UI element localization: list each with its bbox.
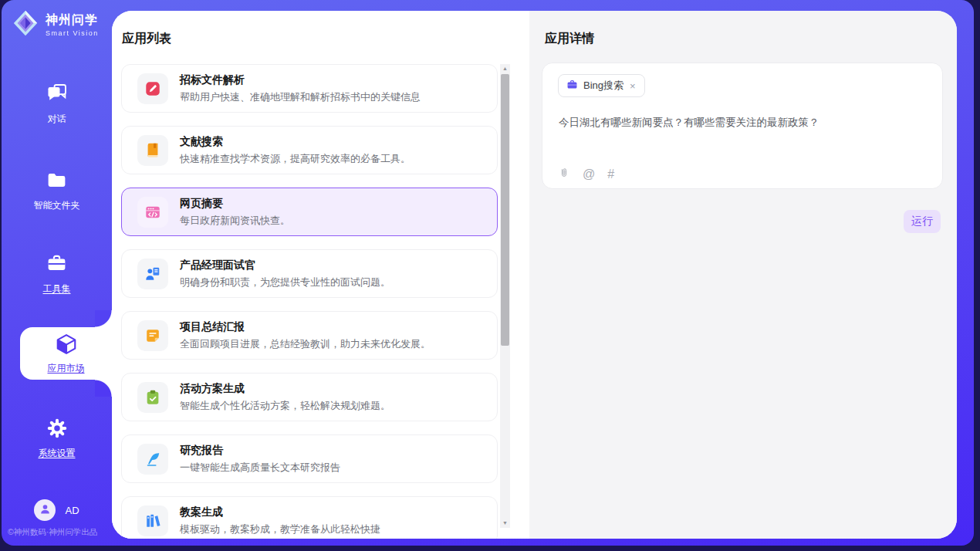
app-card-list: 招标文件解析 帮助用户快速、准确地理解和解析招标书中的关键信息 文献搜索 — [121, 64, 498, 539]
brand-subtitle: Smart Vision — [46, 29, 99, 37]
brand-name: 神州问学 — [46, 12, 99, 29]
scroll-up-icon[interactable]: ▲ — [500, 64, 510, 73]
folder-icon — [46, 169, 68, 194]
app-card-desc: 每日政府新闻资讯快查。 — [180, 214, 290, 228]
app-card-lesson-plan[interactable]: 教案生成 模板驱动，教案秒成，教学准备从此轻松快捷 — [121, 496, 498, 539]
app-list-scrollbar[interactable]: ▲ ▼ — [500, 64, 510, 528]
sidebar-item-label: 智能文件夹 — [34, 199, 80, 212]
sidebar-item-settings[interactable]: 系统设置 — [2, 417, 112, 460]
sidebar-item-label: 对话 — [48, 113, 66, 126]
scroll-down-icon[interactable]: ▼ — [500, 519, 510, 528]
note-icon — [137, 320, 168, 351]
clipboard-check-icon — [137, 382, 168, 413]
paperclip-icon[interactable] — [558, 167, 570, 182]
main-content: 应用列表 招标文件解析 帮助用户快速、准确地理解和解析招标书中的关键信息 — [112, 11, 957, 539]
app-card-desc: 一键智能生成高质量长文本研究报告 — [180, 461, 340, 475]
sidebar-item-chat[interactable]: 对话 — [2, 82, 112, 126]
browser-code-icon — [137, 197, 168, 228]
person-icon — [39, 502, 52, 519]
app-card-title: 招标文件解析 — [180, 73, 421, 87]
app-card-literature-search[interactable]: 文献搜索 快速精准查找学术资源，提高研究效率的必备工具。 — [121, 126, 498, 174]
copyright-footer: ©神州数码·神州问学出品 — [8, 527, 97, 538]
app-list-title: 应用列表 — [122, 31, 171, 47]
app-card-title: 文献搜索 — [180, 135, 411, 149]
app-card-title: 网页摘要 — [180, 197, 290, 211]
sidebar: 神州问学 Smart Vision 对话 智能文件夹 — [2, 0, 112, 546]
toolbox-icon — [46, 252, 68, 278]
brand-logo: 神州问学 Smart Vision — [11, 8, 99, 41]
chat-icon — [46, 82, 69, 108]
app-list-panel: 应用列表 招标文件解析 帮助用户快速、准确地理解和解析招标书中的关键信息 — [112, 11, 529, 539]
close-icon[interactable]: × — [629, 80, 637, 92]
hash-tag-icon[interactable]: # — [607, 168, 614, 181]
app-card-event-plan[interactable]: 活动方案生成 智能生成个性化活动方案，轻松解决规划难题。 — [121, 373, 498, 421]
app-card-project-summary[interactable]: 项目总结汇报 全面回顾项目进展，总结经验教训，助力未来优化发展。 — [121, 311, 498, 360]
app-card-title: 教案生成 — [180, 505, 380, 519]
gear-icon — [46, 417, 68, 442]
app-frame: 神州问学 Smart Vision 对话 智能文件夹 — [2, 0, 974, 546]
user-name: AD — [65, 505, 79, 516]
scrollbar-thumb[interactable] — [501, 74, 509, 346]
books-icon — [137, 505, 168, 536]
sidebar-item-label: 应用市场 — [48, 362, 85, 375]
tool-tag-bing-search[interactable]: Bing搜索 × — [558, 74, 645, 97]
app-card-bid-document-parse[interactable]: 招标文件解析 帮助用户快速、准确地理解和解析招标书中的关键信息 — [121, 64, 498, 113]
app-card-desc: 全面回顾项目进展，总结经验教训，助力未来优化发展。 — [180, 337, 431, 351]
run-button[interactable]: 运行 — [904, 210, 941, 233]
prompt-card: Bing搜索 × 今日湖北有哪些新闻要点？有哪些需要关注的最新政策？ @ # — [542, 63, 943, 189]
avatar — [34, 499, 56, 521]
app-card-desc: 快速精准查找学术资源，提高研究效率的必备工具。 — [180, 152, 411, 166]
sidebar-item-toolset[interactable]: 工具集 — [2, 252, 112, 296]
app-card-desc: 智能生成个性化活动方案，轻松解决规划难题。 — [180, 399, 390, 413]
briefcase-icon — [566, 79, 578, 93]
active-tab-notch-top — [95, 310, 112, 327]
active-tab-notch-bottom — [95, 380, 112, 397]
book-icon — [137, 135, 168, 166]
app-detail-panel: 应用详情 Bing搜索 × 今日湖北有哪些新闻要点？有哪些需要关注的最新政策？ — [529, 11, 957, 539]
app-card-desc: 帮助用户快速、准确地理解和解析招标书中的关键信息 — [180, 90, 421, 104]
app-card-title: 活动方案生成 — [180, 382, 390, 396]
prompt-input[interactable]: 今日湖北有哪些新闻要点？有哪些需要关注的最新政策？ — [559, 115, 927, 130]
at-mention-icon[interactable]: @ — [583, 168, 595, 181]
interviewer-icon — [137, 259, 168, 289]
app-card-pm-interviewer[interactable]: 产品经理面试官 明确身份和职责，为您提供专业性的面试问题。 — [121, 249, 498, 298]
app-card-title: 项目总结汇报 — [180, 320, 431, 334]
edit-square-icon — [137, 73, 168, 104]
app-card-research-report[interactable]: 研究报告 一键智能生成高质量长文本研究报告 — [121, 434, 498, 483]
quill-icon — [137, 444, 168, 475]
app-card-title: 产品经理面试官 — [180, 259, 390, 272]
sidebar-item-label: 工具集 — [43, 282, 71, 296]
sidebar-item-label: 系统设置 — [39, 447, 76, 460]
user-account[interactable]: AD — [2, 499, 112, 521]
cube-icon — [55, 333, 78, 359]
sidebar-item-smart-folder[interactable]: 智能文件夹 — [2, 169, 112, 212]
app-card-title: 研究报告 — [180, 444, 340, 458]
sidebar-item-app-market[interactable]: 应用市场 — [20, 327, 112, 380]
attachment-toolbar: @ # — [558, 167, 614, 182]
app-card-web-summary[interactable]: 网页摘要 每日政府新闻资讯快查。 — [121, 188, 498, 236]
diamond-gem-icon — [11, 8, 40, 41]
tool-tag-label: Bing搜索 — [583, 79, 623, 93]
app-card-desc: 明确身份和职责，为您提供专业性的面试问题。 — [180, 276, 390, 289]
app-card-desc: 模板驱动，教案秒成，教学准备从此轻松快捷 — [180, 522, 380, 536]
app-detail-title: 应用详情 — [545, 31, 594, 47]
